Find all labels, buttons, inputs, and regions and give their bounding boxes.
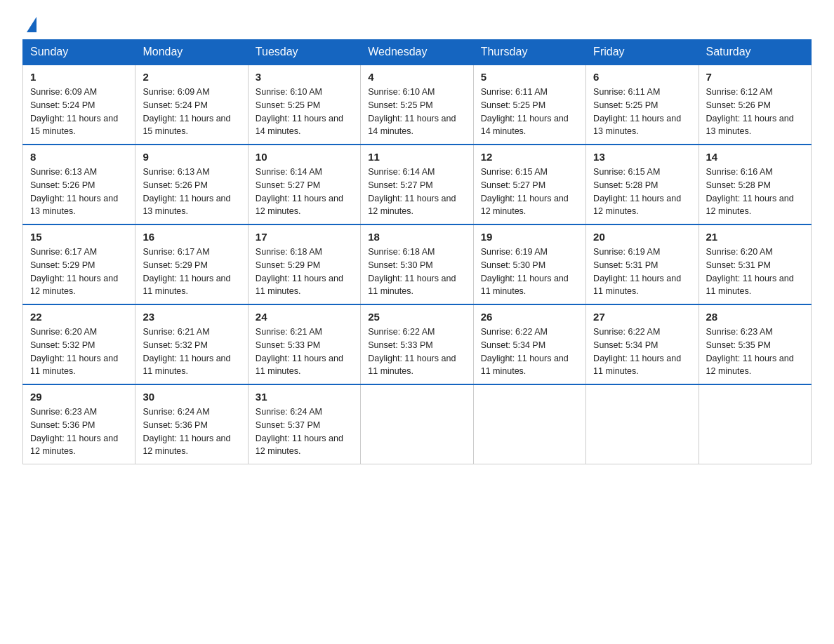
calendar-cell: 19 Sunrise: 6:19 AMSunset: 5:30 PMDaylig… [473, 224, 585, 304]
calendar-cell: 13 Sunrise: 6:15 AMSunset: 5:28 PMDaylig… [586, 145, 699, 224]
day-info: Sunrise: 6:14 AMSunset: 5:27 PMDaylight:… [368, 167, 456, 216]
calendar-cell: 11 Sunrise: 6:14 AMSunset: 5:27 PMDaylig… [361, 145, 473, 224]
week-row-4: 22 Sunrise: 6:20 AMSunset: 5:32 PMDaylig… [23, 304, 812, 384]
day-number: 9 [143, 151, 240, 163]
calendar-cell: 20 Sunrise: 6:19 AMSunset: 5:31 PMDaylig… [586, 224, 699, 304]
day-info: Sunrise: 6:22 AMSunset: 5:34 PMDaylight:… [593, 327, 681, 376]
day-info: Sunrise: 6:17 AMSunset: 5:29 PMDaylight:… [143, 247, 230, 296]
day-info: Sunrise: 6:23 AMSunset: 5:35 PMDaylight:… [706, 327, 794, 376]
day-info: Sunrise: 6:24 AMSunset: 5:36 PMDaylight:… [143, 407, 230, 456]
day-info: Sunrise: 6:14 AMSunset: 5:27 PMDaylight:… [256, 167, 343, 216]
day-number: 15 [30, 231, 128, 243]
day-info: Sunrise: 6:22 AMSunset: 5:33 PMDaylight:… [368, 327, 456, 376]
day-number: 4 [368, 71, 465, 83]
calendar-cell: 14 Sunrise: 6:16 AMSunset: 5:28 PMDaylig… [699, 145, 811, 224]
day-number: 2 [143, 71, 240, 83]
calendar-cell [361, 384, 473, 464]
calendar-cell: 1 Sunrise: 6:09 AMSunset: 5:24 PMDayligh… [23, 65, 135, 145]
day-info: Sunrise: 6:21 AMSunset: 5:33 PMDaylight:… [256, 327, 343, 376]
calendar-cell: 22 Sunrise: 6:20 AMSunset: 5:32 PMDaylig… [23, 304, 135, 384]
day-number: 28 [706, 311, 804, 323]
weekday-header-monday: Monday [135, 40, 248, 65]
logo-triangle-icon [27, 17, 37, 32]
day-number: 12 [481, 151, 578, 163]
calendar-cell: 8 Sunrise: 6:13 AMSunset: 5:26 PMDayligh… [23, 145, 135, 224]
calendar-cell: 21 Sunrise: 6:20 AMSunset: 5:31 PMDaylig… [699, 224, 811, 304]
day-info: Sunrise: 6:17 AMSunset: 5:29 PMDaylight:… [30, 247, 118, 296]
day-info: Sunrise: 6:23 AMSunset: 5:36 PMDaylight:… [30, 407, 118, 456]
day-number: 6 [593, 71, 691, 83]
day-number: 14 [706, 151, 804, 163]
week-row-3: 15 Sunrise: 6:17 AMSunset: 5:29 PMDaylig… [23, 224, 812, 304]
day-info: Sunrise: 6:11 AMSunset: 5:25 PMDaylight:… [593, 87, 681, 136]
day-number: 27 [593, 311, 691, 323]
day-info: Sunrise: 6:09 AMSunset: 5:24 PMDaylight:… [143, 87, 230, 136]
day-number: 23 [143, 311, 240, 323]
day-info: Sunrise: 6:19 AMSunset: 5:31 PMDaylight:… [593, 247, 681, 296]
day-number: 31 [256, 391, 353, 403]
calendar-cell: 15 Sunrise: 6:17 AMSunset: 5:29 PMDaylig… [23, 224, 135, 304]
day-number: 18 [368, 231, 465, 243]
day-info: Sunrise: 6:22 AMSunset: 5:34 PMDaylight:… [481, 327, 569, 376]
logo-blue-text [22, 17, 37, 32]
day-number: 29 [30, 391, 128, 403]
weekday-header-wednesday: Wednesday [361, 40, 473, 65]
calendar-cell: 28 Sunrise: 6:23 AMSunset: 5:35 PMDaylig… [699, 304, 811, 384]
day-number: 24 [256, 311, 353, 323]
calendar-cell: 6 Sunrise: 6:11 AMSunset: 5:25 PMDayligh… [586, 65, 699, 145]
day-info: Sunrise: 6:10 AMSunset: 5:25 PMDaylight:… [256, 87, 343, 136]
calendar-cell: 9 Sunrise: 6:13 AMSunset: 5:26 PMDayligh… [135, 145, 248, 224]
day-number: 26 [481, 311, 578, 323]
week-row-1: 1 Sunrise: 6:09 AMSunset: 5:24 PMDayligh… [23, 65, 812, 145]
day-number: 21 [706, 231, 804, 243]
day-info: Sunrise: 6:18 AMSunset: 5:29 PMDaylight:… [256, 247, 343, 296]
day-number: 16 [143, 231, 240, 243]
calendar-cell: 12 Sunrise: 6:15 AMSunset: 5:27 PMDaylig… [473, 145, 585, 224]
logo [22, 17, 37, 32]
day-info: Sunrise: 6:15 AMSunset: 5:28 PMDaylight:… [593, 167, 681, 216]
day-number: 7 [706, 71, 804, 83]
calendar-cell: 27 Sunrise: 6:22 AMSunset: 5:34 PMDaylig… [586, 304, 699, 384]
day-info: Sunrise: 6:11 AMSunset: 5:25 PMDaylight:… [481, 87, 569, 136]
calendar-cell: 16 Sunrise: 6:17 AMSunset: 5:29 PMDaylig… [135, 224, 248, 304]
calendar-cell: 5 Sunrise: 6:11 AMSunset: 5:25 PMDayligh… [473, 65, 585, 145]
day-info: Sunrise: 6:13 AMSunset: 5:26 PMDaylight:… [30, 167, 118, 216]
calendar-cell [699, 384, 811, 464]
calendar-cell: 4 Sunrise: 6:10 AMSunset: 5:25 PMDayligh… [361, 65, 473, 145]
calendar-cell: 25 Sunrise: 6:22 AMSunset: 5:33 PMDaylig… [361, 304, 473, 384]
day-number: 11 [368, 151, 465, 163]
calendar-cell [473, 384, 585, 464]
week-row-5: 29 Sunrise: 6:23 AMSunset: 5:36 PMDaylig… [23, 384, 812, 464]
weekday-header-sunday: Sunday [23, 40, 135, 65]
day-number: 5 [481, 71, 578, 83]
page-header [22, 17, 812, 32]
day-info: Sunrise: 6:18 AMSunset: 5:30 PMDaylight:… [368, 247, 456, 296]
day-number: 25 [368, 311, 465, 323]
calendar-cell: 10 Sunrise: 6:14 AMSunset: 5:27 PMDaylig… [248, 145, 360, 224]
day-number: 13 [593, 151, 691, 163]
weekday-header-thursday: Thursday [473, 40, 585, 65]
calendar-cell: 18 Sunrise: 6:18 AMSunset: 5:30 PMDaylig… [361, 224, 473, 304]
weekday-header-tuesday: Tuesday [248, 40, 360, 65]
calendar-cell: 23 Sunrise: 6:21 AMSunset: 5:32 PMDaylig… [135, 304, 248, 384]
day-info: Sunrise: 6:24 AMSunset: 5:37 PMDaylight:… [256, 407, 343, 456]
day-info: Sunrise: 6:16 AMSunset: 5:28 PMDaylight:… [706, 167, 794, 216]
calendar-cell: 24 Sunrise: 6:21 AMSunset: 5:33 PMDaylig… [248, 304, 360, 384]
week-row-2: 8 Sunrise: 6:13 AMSunset: 5:26 PMDayligh… [23, 145, 812, 224]
calendar-table: SundayMondayTuesdayWednesdayThursdayFrid… [22, 39, 812, 464]
day-info: Sunrise: 6:20 AMSunset: 5:31 PMDaylight:… [706, 247, 794, 296]
calendar-cell: 31 Sunrise: 6:24 AMSunset: 5:37 PMDaylig… [248, 384, 360, 464]
day-number: 20 [593, 231, 691, 243]
day-info: Sunrise: 6:12 AMSunset: 5:26 PMDaylight:… [706, 87, 794, 136]
weekday-header-row: SundayMondayTuesdayWednesdayThursdayFrid… [23, 40, 812, 65]
day-number: 17 [256, 231, 353, 243]
day-number: 3 [256, 71, 353, 83]
calendar-cell: 26 Sunrise: 6:22 AMSunset: 5:34 PMDaylig… [473, 304, 585, 384]
day-info: Sunrise: 6:19 AMSunset: 5:30 PMDaylight:… [481, 247, 569, 296]
day-info: Sunrise: 6:21 AMSunset: 5:32 PMDaylight:… [143, 327, 230, 376]
weekday-header-friday: Friday [586, 40, 699, 65]
calendar-cell: 17 Sunrise: 6:18 AMSunset: 5:29 PMDaylig… [248, 224, 360, 304]
calendar-cell [586, 384, 699, 464]
day-number: 10 [256, 151, 353, 163]
weekday-header-saturday: Saturday [699, 40, 811, 65]
